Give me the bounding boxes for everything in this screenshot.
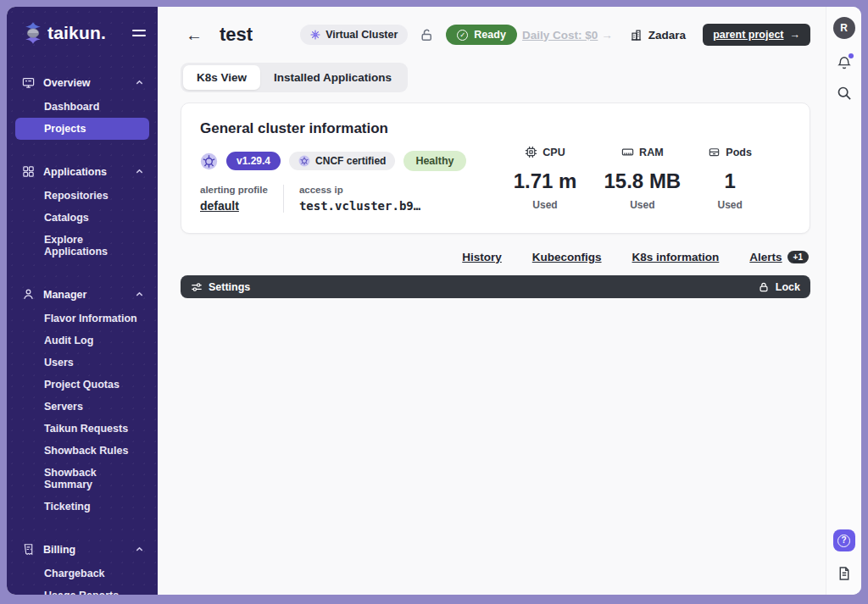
k8s-information-link[interactable]: K8s information [632,251,720,263]
sidebar-item-showback-summary[interactable]: Showback Summary [15,462,149,496]
section-label: Billing [43,544,75,556]
access-ip-label: access ip [299,185,420,195]
cncf-label: CNCF certified [315,155,386,167]
sliders-icon [191,281,203,293]
chevron-up-icon [135,290,144,299]
sidebar-item-ticketing[interactable]: Ticketing [15,496,149,518]
user-avatar[interactable]: R [833,17,855,39]
sidebar-item-chargeback[interactable]: Chargeback [15,562,149,585]
hamburger-menu-icon[interactable] [132,26,146,40]
general-cluster-information-card: General cluster information v1.29.4 CNCF… [181,103,810,234]
sidebar-nav: Overview Dashboard Projects Applicat [7,71,158,595]
chevron-up-icon [135,78,144,87]
metric-caption: Used [604,199,682,211]
sidebar-item-flavor-information[interactable]: Flavor Information [15,308,149,330]
virtual-cluster-badge: Virtual Cluster [300,25,408,45]
sidebar-item-usage-reports[interactable]: Usage Reports [15,585,149,595]
metric-caption: Used [514,199,577,211]
pods-icon [708,146,721,158]
access-ip-value: test.vcluster.b9… [299,199,420,213]
alerts-label: Alerts [749,251,782,263]
history-link[interactable]: History [462,251,502,263]
cncf-certified-badge: CNCF certified [289,152,395,170]
info-row: alerting profile default access ip test.… [200,185,466,213]
virtual-cluster-label: Virtual Cluster [326,29,398,41]
lock-open-icon[interactable] [420,28,434,42]
person-icon [22,288,35,301]
sidebar-section-overview[interactable]: Overview [7,71,158,96]
lock-label: Lock [776,281,800,293]
settings-label: Settings [209,281,250,293]
alerts-link[interactable]: Alerts +1 [749,251,809,263]
daily-cost-label: Daily Cost: $0 [522,29,598,42]
sidebar-item-explore-applications[interactable]: Explore Applications [15,229,149,263]
billing-icon [22,543,35,556]
metric-value: 15.8 MB [604,169,682,193]
notifications-bell-icon[interactable] [837,55,852,70]
metric-cpu: CPU 1.71 m Used [514,146,577,213]
metric-value: 1.71 m [514,169,577,193]
alerting-profile-link[interactable]: default [200,199,239,213]
sidebar-item-showback-rules[interactable]: Showback Rules [15,440,149,462]
app-window: taikun. Overview Dashboard [7,7,861,595]
window-frame: taikun. Overview Dashboard [0,0,868,604]
nav-section-manager: Manager Flavor Information Audit Log Use… [7,283,158,518]
badges-row: v1.29.4 CNCF certified Healthy [200,151,466,171]
card-title: General cluster information [200,120,466,137]
taikun-logo-icon [20,20,46,46]
parent-project-label: parent project [713,29,783,41]
kubernetes-version-badge: v1.29.4 [226,152,281,170]
nav-section-billing: Billing Chargeback Usage Reports Subscri… [7,538,158,595]
header-right: Daily Cost: $0→ Zadara parent project → [522,24,810,46]
metric-pods: Pods 1 Used [708,146,752,213]
helm-wheel-icon [298,155,310,167]
kubeconfigs-link[interactable]: Kubeconfigs [532,251,602,263]
sidebar-section-manager[interactable]: Manager [7,283,158,308]
metrics-row: CPU 1.71 m Used RAM 15.8 MB Us [466,120,791,213]
question-mark-icon: ? [837,535,850,547]
nav-section-applications: Applications Repositories Catalogs Explo… [7,160,158,263]
tab-k8s-view[interactable]: K8s View [183,65,260,90]
arrow-right-icon: → [601,29,613,42]
sidebar-item-dashboard[interactable]: Dashboard [15,96,149,118]
daily-cost-link[interactable]: Daily Cost: $0→ [522,29,613,42]
cpu-icon [525,146,537,158]
metric-label: Pods [726,147,752,158]
chevron-up-icon [135,545,144,554]
kubernetes-wheel-icon [200,152,218,170]
sidebar-item-servers[interactable]: Servers [15,396,149,418]
sidebar-item-project-quotas[interactable]: Project Quotas [15,374,149,396]
alerting-profile: alerting profile default [200,185,268,213]
lock-button[interactable]: Lock [758,281,800,293]
view-tabs: K8s View Installed Applications [181,63,408,92]
sparkle-icon [310,30,320,40]
metric-caption: Used [708,199,752,211]
nav-section-overview: Overview Dashboard Projects [7,71,158,140]
back-button[interactable]: ← [181,25,208,45]
help-button[interactable]: ? [833,529,855,551]
metric-label: RAM [639,147,663,158]
monitor-icon [22,76,35,89]
settings-toggle[interactable]: Settings [191,281,250,293]
search-icon[interactable] [837,86,852,101]
sidebar-item-projects[interactable]: Projects [15,118,149,140]
documentation-icon[interactable] [837,566,852,581]
sidebar: taikun. Overview Dashboard [7,7,158,595]
sidebar-item-taikun-requests[interactable]: Taikun Requests [15,418,149,440]
right-rail: R ? [826,7,861,595]
access-ip: access ip test.vcluster.b9… [299,185,420,213]
alerting-profile-label: alerting profile [200,185,268,195]
sidebar-section-applications[interactable]: Applications [7,160,158,185]
alerts-count-badge: +1 [787,251,809,263]
sidebar-item-catalogs[interactable]: Catalogs [15,207,149,229]
sidebar-item-audit-log[interactable]: Audit Log [15,330,149,352]
sidebar-section-billing[interactable]: Billing [7,538,158,562]
settings-bar: Settings Lock [181,275,810,298]
sidebar-item-users[interactable]: Users [15,352,149,374]
main-content: ← test Virtual Cluster ✓ Ready [158,7,826,595]
tab-installed-applications[interactable]: Installed Applications [260,65,405,90]
parent-project-button[interactable]: parent project → [703,24,810,46]
sidebar-item-repositories[interactable]: Repositories [15,185,149,207]
section-label: Applications [43,166,107,178]
status-badge-ready: ✓ Ready [446,25,517,45]
